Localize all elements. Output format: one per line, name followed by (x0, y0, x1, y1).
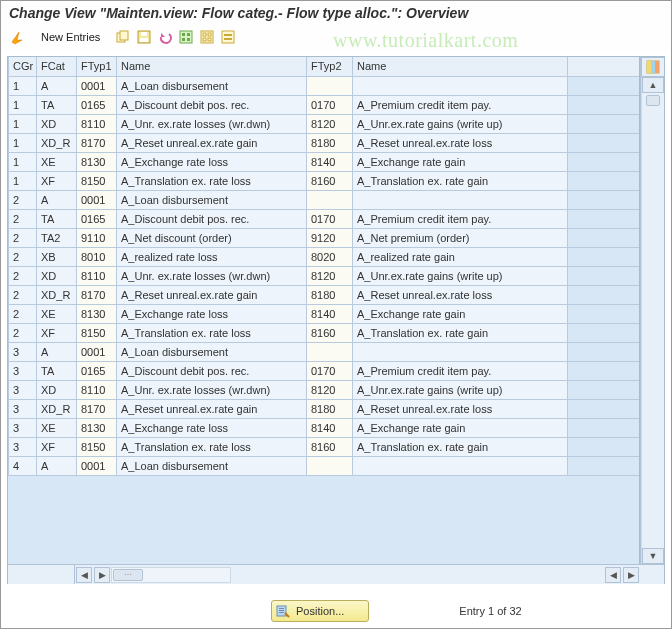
cell-ftyp2[interactable] (307, 76, 353, 95)
new-entries-button[interactable]: New Entries (37, 31, 104, 43)
cell-fcat[interactable]: A (37, 456, 77, 475)
cell-ftyp1[interactable]: 8150 (77, 171, 117, 190)
table-row[interactable]: 3XE8130A_Exchange rate loss8140A_Exchang… (9, 418, 640, 437)
configure-columns-icon[interactable] (641, 57, 664, 77)
cell-ftyp2[interactable]: 0170 (307, 209, 353, 228)
cell-ftyp2[interactable] (307, 342, 353, 361)
table-row[interactable]: 1A0001A_Loan disbursement (9, 76, 640, 95)
toggle-icon[interactable] (9, 28, 27, 46)
cell-cgr[interactable]: 1 (9, 95, 37, 114)
cell-name1[interactable]: A_Discount debit pos. rec. (117, 95, 307, 114)
cell-ftyp2[interactable]: 0170 (307, 95, 353, 114)
cell-fcat[interactable]: XD_R (37, 285, 77, 304)
table-row[interactable]: 1XD8110A_Unr. ex.rate losses (wr.dwn)812… (9, 114, 640, 133)
cell-name2[interactable]: A_Exchange rate gain (353, 418, 568, 437)
cell-fcat[interactable]: XD_R (37, 399, 77, 418)
scroll-left-end-icon[interactable]: ◀ (605, 567, 621, 583)
cell-ftyp1[interactable]: 8010 (77, 247, 117, 266)
cell-cgr[interactable]: 2 (9, 247, 37, 266)
cell-name2[interactable]: A_Unr.ex.rate gains (write up) (353, 380, 568, 399)
cell-ftyp1[interactable]: 0165 (77, 209, 117, 228)
cell-ftyp2[interactable]: 8120 (307, 114, 353, 133)
position-button[interactable]: Position... (271, 600, 369, 622)
table-row[interactable]: 2TA29110A_Net discount (order)9120A_Net … (9, 228, 640, 247)
cell-cgr[interactable]: 4 (9, 456, 37, 475)
cell-cgr[interactable]: 2 (9, 190, 37, 209)
table-row[interactable]: 2XB8010A_realized rate loss8020A_realize… (9, 247, 640, 266)
data-grid[interactable]: CGr FCat FTyp1 Name FTyp2 Name 1A0001A_L… (8, 57, 640, 564)
cell-cgr[interactable]: 1 (9, 171, 37, 190)
horizontal-scrollbar[interactable]: ◀ ▶ ⋯ ◀ ▶ (8, 564, 664, 584)
cell-fcat[interactable]: TA (37, 361, 77, 380)
cell-name1[interactable]: A_Loan disbursement (117, 76, 307, 95)
cell-fcat[interactable]: TA (37, 95, 77, 114)
table-row[interactable]: 2XE8130A_Exchange rate loss8140A_Exchang… (9, 304, 640, 323)
col-header-cgr[interactable]: CGr (9, 57, 37, 76)
col-header-fcat[interactable]: FCat (37, 57, 77, 76)
table-row[interactable]: 3XD8110A_Unr. ex.rate losses (wr.dwn)812… (9, 380, 640, 399)
cell-name1[interactable]: A_Translation ex. rate loss (117, 323, 307, 342)
cell-ftyp1[interactable]: 8110 (77, 266, 117, 285)
cell-name1[interactable]: A_Net discount (order) (117, 228, 307, 247)
cell-cgr[interactable]: 2 (9, 209, 37, 228)
cell-cgr[interactable]: 3 (9, 361, 37, 380)
cell-cgr[interactable]: 3 (9, 380, 37, 399)
col-header-name2[interactable]: Name (353, 57, 568, 76)
table-row[interactable]: 1XD_R8170A_Reset unreal.ex.rate gain8180… (9, 133, 640, 152)
cell-fcat[interactable]: XE (37, 304, 77, 323)
table-row[interactable]: 3TA0165A_Discount debit pos. rec.0170A_P… (9, 361, 640, 380)
cell-name2[interactable]: A_Premium credit item pay. (353, 209, 568, 228)
table-row[interactable]: 2XD_R8170A_Reset unreal.ex.rate gain8180… (9, 285, 640, 304)
cell-cgr[interactable]: 2 (9, 323, 37, 342)
cell-name1[interactable]: A_Unr. ex.rate losses (wr.dwn) (117, 380, 307, 399)
cell-name2[interactable]: A_Net premium (order) (353, 228, 568, 247)
cell-ftyp1[interactable]: 8110 (77, 380, 117, 399)
cell-cgr[interactable]: 1 (9, 76, 37, 95)
cell-name2[interactable]: A_Reset unreal.ex.rate loss (353, 133, 568, 152)
cell-name2[interactable]: A_Unr.ex.rate gains (write up) (353, 266, 568, 285)
cell-cgr[interactable]: 2 (9, 266, 37, 285)
scroll-left-icon[interactable]: ◀ (76, 567, 92, 583)
cell-name2[interactable]: A_Reset unreal.ex.rate loss (353, 399, 568, 418)
cell-cgr[interactable]: 2 (9, 304, 37, 323)
cell-ftyp2[interactable] (307, 190, 353, 209)
cell-cgr[interactable]: 3 (9, 342, 37, 361)
deselect-all-icon[interactable] (198, 28, 216, 46)
cell-fcat[interactable]: XF (37, 323, 77, 342)
cell-ftyp1[interactable]: 8110 (77, 114, 117, 133)
cell-name1[interactable]: A_Exchange rate loss (117, 418, 307, 437)
cell-ftyp1[interactable]: 8150 (77, 437, 117, 456)
col-header-ftyp1[interactable]: FTyp1 (77, 57, 117, 76)
cell-ftyp2[interactable]: 9120 (307, 228, 353, 247)
table-row[interactable]: 3XD_R8170A_Reset unreal.ex.rate gain8180… (9, 399, 640, 418)
cell-name1[interactable]: A_Unr. ex.rate losses (wr.dwn) (117, 266, 307, 285)
cell-name2[interactable]: A_Premium credit item pay. (353, 361, 568, 380)
cell-cgr[interactable]: 3 (9, 399, 37, 418)
cell-name1[interactable]: A_Reset unreal.ex.rate gain (117, 285, 307, 304)
cell-ftyp2[interactable]: 8120 (307, 266, 353, 285)
cell-ftyp2[interactable] (307, 456, 353, 475)
cell-fcat[interactable]: XD (37, 266, 77, 285)
cell-name2[interactable]: A_Translation ex. rate gain (353, 323, 568, 342)
scroll-up-icon[interactable]: ▲ (642, 77, 664, 93)
cell-ftyp1[interactable]: 8130 (77, 418, 117, 437)
cell-ftyp1[interactable]: 0165 (77, 95, 117, 114)
cell-name1[interactable]: A_Unr. ex.rate losses (wr.dwn) (117, 114, 307, 133)
cell-ftyp1[interactable]: 0001 (77, 456, 117, 475)
col-header-ftyp2[interactable]: FTyp2 (307, 57, 353, 76)
cell-name1[interactable]: A_Exchange rate loss (117, 304, 307, 323)
cell-cgr[interactable]: 1 (9, 114, 37, 133)
vscroll-thumb[interactable] (646, 95, 660, 106)
cell-cgr[interactable]: 1 (9, 133, 37, 152)
cell-ftyp2[interactable]: 8120 (307, 380, 353, 399)
cell-ftyp1[interactable]: 0001 (77, 190, 117, 209)
cell-ftyp2[interactable]: 8140 (307, 152, 353, 171)
cell-name1[interactable]: A_Discount debit pos. rec. (117, 209, 307, 228)
cell-fcat[interactable]: A (37, 190, 77, 209)
cell-name1[interactable]: A_Reset unreal.ex.rate gain (117, 133, 307, 152)
cell-name2[interactable]: A_Unr.ex.rate gains (write up) (353, 114, 568, 133)
cell-name1[interactable]: A_Loan disbursement (117, 342, 307, 361)
cell-name2[interactable]: A_Premium credit item pay. (353, 95, 568, 114)
cell-name1[interactable]: A_Loan disbursement (117, 456, 307, 475)
cell-ftyp1[interactable]: 0165 (77, 361, 117, 380)
